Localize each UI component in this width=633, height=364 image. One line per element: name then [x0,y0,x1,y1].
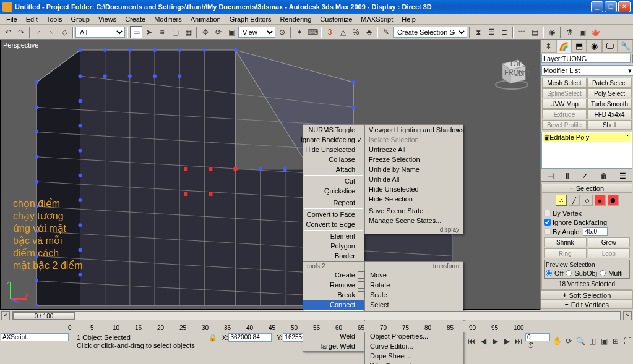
stack-editablepoly[interactable]: ▣ Editable Poly∴ [543,133,631,142]
preview-multi-radio[interactable] [600,270,606,276]
rollout-editvertices-header[interactable]: Edit Vertices [541,300,633,309]
menu-tools[interactable]: Tools [43,15,66,23]
ctx-dope[interactable]: Dope Sheet... [365,351,463,361]
ctx-freezesel[interactable]: Freeze Selection [365,154,463,164]
pin-stack-icon[interactable]: ⊣ [548,172,554,180]
select-rect-button[interactable]: ▢ [169,26,181,38]
unlink-button[interactable]: ⟍ [45,26,58,38]
tab-create[interactable]: ✳ [541,40,556,53]
ctx-hideunsel2[interactable]: Hide Unselected [365,184,463,194]
ctx-isolate[interactable]: Isolate Selection [365,135,463,145]
modifier-stack[interactable]: ▣ Editable Poly∴ [541,132,632,169]
viewcube[interactable]: FRONT LEFT TOP [493,53,530,90]
ctx-managescene[interactable]: Manage Scene States... [365,216,463,226]
ctx-border[interactable]: Border [303,251,364,261]
ctx-rotate[interactable]: Rotate [365,280,463,290]
subobj-edge-icon[interactable]: ╱ [569,195,580,206]
time-slider-thumb[interactable]: 0 / 100 [13,312,75,320]
named-selection-combo[interactable]: Create Selection Set [393,27,467,38]
ctx-nurms[interactable]: NURMS Toggle [303,125,364,135]
named-sel-button[interactable]: ✎ [380,26,392,38]
zoom-all-button[interactable]: ⊞ [610,336,621,347]
menu-help[interactable]: Help [398,15,420,23]
ctx-hideunsel[interactable]: Hide Unselected [303,145,364,154]
ctx-quickslice[interactable]: Quickslice [303,186,364,196]
play-button[interactable]: ▶ [489,336,501,347]
scale-button[interactable]: ▣ [225,26,238,38]
prev-frame-button[interactable]: ◀ [478,336,489,347]
unique-icon[interactable]: ✓ [582,172,588,180]
link-button[interactable]: ⟋ [32,26,45,38]
show-end-icon[interactable]: Ⅱ [566,172,569,180]
maxscript-input[interactable] [1,333,69,341]
ctx-unhidename[interactable]: Unhide by Name [365,164,463,174]
menu-views[interactable]: Views [95,15,120,23]
snap-button[interactable]: 3 [324,26,336,38]
coord-x[interactable]: 362000.84 [228,333,272,342]
align-button[interactable]: ☰ [485,26,497,38]
goto-end-button[interactable]: ⏭ [513,336,524,347]
ctx-hidesel[interactable]: Hide Selection [365,194,463,204]
pivot-button[interactable]: ⊙ [276,26,288,38]
ctx-wire[interactable]: Wire Parameters... [365,361,463,364]
redo-button[interactable]: ↷ [15,26,27,38]
menu-maxscript[interactable]: MAXScript [357,15,397,23]
rotate-button[interactable]: ⟳ [212,26,225,38]
current-frame-input[interactable]: 0 [525,333,550,341]
manip-button[interactable]: ✦ [293,26,306,38]
tab-modify[interactable]: 🌈 [556,40,572,53]
viewport[interactable]: Perspective [0,40,540,310]
menu-rendering[interactable]: Rendering [277,15,316,23]
material-button[interactable]: ◉ [546,26,558,38]
subobj-polygon-icon[interactable]: ■ [595,195,606,206]
ctx-unhideall[interactable]: Unhide All [365,174,463,184]
schematic-button[interactable]: ▤ [528,26,541,38]
selection-filter-combo[interactable]: All [75,27,125,38]
ctx-collapse[interactable]: Collapse [303,154,364,164]
time-config-button[interactable]: ⏱ [525,341,536,350]
zoom-ext-button[interactable]: ▣ [598,336,609,347]
bind-button[interactable]: ◇ [58,26,71,38]
btn-ffd[interactable]: FFD 4x4x4 [587,109,632,119]
ctx-vplighting[interactable]: Viewport Lighting and Shadows [365,125,463,135]
quick-render-button[interactable]: 🫖 [589,26,601,38]
goto-start-button[interactable]: ⏮ [466,336,477,347]
modifier-list-combo[interactable]: Modifier List [541,65,633,76]
menu-group[interactable]: Group [67,15,93,23]
menu-grapheditors[interactable]: Graph Editors [226,15,275,23]
undo-button[interactable]: ↶ [2,26,14,38]
shrink-button[interactable]: Shrink [544,237,587,247]
btn-uvwmap[interactable]: UVW Map [542,99,587,109]
layers-button[interactable]: ≣ [498,26,510,38]
ctx-convface[interactable]: Convert to Face [303,210,364,219]
ctx-convedge[interactable]: Convert to Edge [303,219,364,229]
rollout-selection-header[interactable]: Selection [541,184,632,193]
time-slider[interactable]: 0 / 100 [12,311,621,320]
tab-utilities[interactable]: 🔧 [618,40,633,53]
btn-polyselect[interactable]: Poly Select [587,88,632,98]
refcoord-combo[interactable]: View [238,27,275,38]
grow-button[interactable]: Grow [588,237,631,247]
ctx-remove[interactable]: Remove [303,280,364,290]
angle-spinner[interactable]: 45.0 [583,227,608,236]
ctx-select[interactable]: Select [365,300,463,310]
subobj-vertex-icon[interactable]: ∴ [556,195,567,206]
btn-extrude[interactable]: Extrude [542,109,587,119]
ctx-curveed[interactable]: Curve Editor... [365,341,463,351]
btn-bevel[interactable]: Bevel Profile [542,120,587,130]
menu-modifiers[interactable]: Modifiers [150,15,186,23]
preview-subobj-radio[interactable] [566,270,572,276]
remove-mod-icon[interactable]: 🗑 [600,172,608,180]
tab-hierarchy[interactable]: ⬒ [572,40,587,53]
select-button[interactable]: ▭ [130,26,142,38]
orbit-button[interactable]: ⟳ [563,336,574,347]
ctx-move[interactable]: Move [365,270,463,280]
ctx-attach[interactable]: Attach [303,164,364,174]
ctx-create[interactable]: Create [303,270,364,280]
ctx-repeat[interactable]: Repeat [303,198,364,208]
timeslider-right[interactable]: > [623,311,632,320]
ctx-objprops[interactable]: Object Properties... [365,331,463,341]
keymode-button[interactable]: ⌨ [306,26,319,38]
preview-off-radio[interactable] [546,270,552,276]
btn-shell[interactable]: Shell [587,120,632,130]
